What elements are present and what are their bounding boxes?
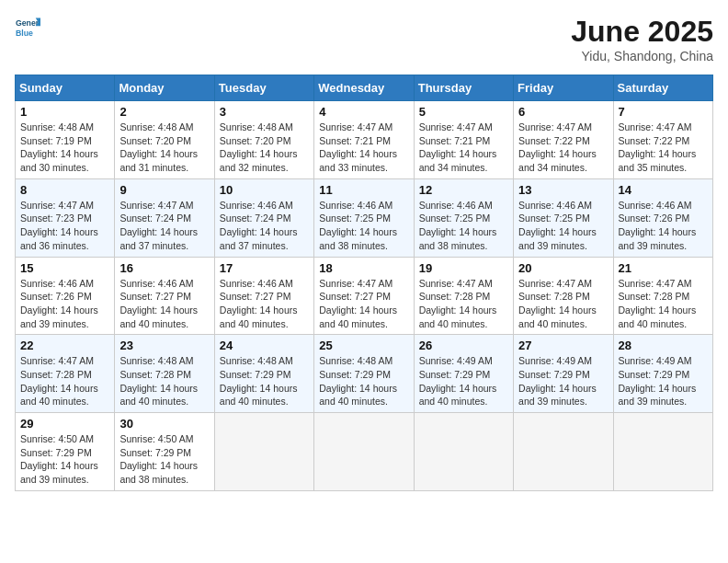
day-number: 20 xyxy=(518,261,608,275)
calendar-cell xyxy=(414,413,513,491)
calendar-cell: 20Sunrise: 4:47 AM Sunset: 7:28 PM Dayli… xyxy=(514,257,613,335)
day-number: 28 xyxy=(619,339,708,352)
day-info: Sunrise: 4:47 AM Sunset: 7:21 PM Dayligh… xyxy=(419,121,508,175)
day-number: 24 xyxy=(220,339,309,352)
calendar-cell: 3Sunrise: 4:48 AM Sunset: 7:20 PM Daylig… xyxy=(214,101,313,179)
day-number: 25 xyxy=(319,339,408,352)
day-info: Sunrise: 4:47 AM Sunset: 7:24 PM Dayligh… xyxy=(119,199,209,253)
page-header: General Blue June 2025 Yidu, Shandong, C… xyxy=(15,15,713,63)
day-number: 13 xyxy=(518,183,608,197)
calendar-week-row: 8Sunrise: 4:47 AM Sunset: 7:23 PM Daylig… xyxy=(16,178,713,257)
day-info: Sunrise: 4:48 AM Sunset: 7:29 PM Dayligh… xyxy=(319,354,408,408)
location-subtitle: Yidu, Shandong, China xyxy=(571,49,713,63)
day-number: 27 xyxy=(518,339,608,352)
day-number: 3 xyxy=(220,105,309,119)
day-info: Sunrise: 4:46 AM Sunset: 7:27 PM Dayligh… xyxy=(119,277,209,331)
calendar-cell xyxy=(613,413,712,491)
calendar-week-row: 1Sunrise: 4:48 AM Sunset: 7:19 PM Daylig… xyxy=(16,101,713,179)
day-number: 8 xyxy=(20,183,109,197)
calendar-cell: 12Sunrise: 4:46 AM Sunset: 7:25 PM Dayli… xyxy=(414,178,513,257)
day-info: Sunrise: 4:46 AM Sunset: 7:25 PM Dayligh… xyxy=(419,199,508,253)
day-number: 12 xyxy=(419,183,508,197)
calendar-cell xyxy=(514,413,613,491)
calendar-week-row: 15Sunrise: 4:46 AM Sunset: 7:26 PM Dayli… xyxy=(16,257,713,335)
day-number: 23 xyxy=(119,339,209,352)
svg-text:General: General xyxy=(16,18,40,28)
day-number: 17 xyxy=(220,261,309,275)
day-info: Sunrise: 4:46 AM Sunset: 7:24 PM Dayligh… xyxy=(220,199,309,253)
day-info: Sunrise: 4:46 AM Sunset: 7:26 PM Dayligh… xyxy=(20,277,109,331)
calendar-cell: 9Sunrise: 4:47 AM Sunset: 7:24 PM Daylig… xyxy=(115,178,214,257)
day-info: Sunrise: 4:46 AM Sunset: 7:27 PM Dayligh… xyxy=(220,277,309,331)
calendar-header-friday: Friday xyxy=(514,75,613,101)
calendar-cell: 18Sunrise: 4:47 AM Sunset: 7:27 PM Dayli… xyxy=(314,257,414,335)
calendar-cell: 25Sunrise: 4:48 AM Sunset: 7:29 PM Dayli… xyxy=(314,335,414,413)
day-number: 9 xyxy=(119,183,209,197)
day-number: 22 xyxy=(20,339,109,352)
day-number: 1 xyxy=(20,105,109,119)
day-number: 6 xyxy=(518,105,608,119)
calendar-cell: 29Sunrise: 4:50 AM Sunset: 7:29 PM Dayli… xyxy=(16,413,115,491)
day-number: 30 xyxy=(119,417,209,431)
calendar-header-thursday: Thursday xyxy=(414,75,513,101)
day-number: 15 xyxy=(20,261,109,275)
day-info: Sunrise: 4:49 AM Sunset: 7:29 PM Dayligh… xyxy=(419,354,508,408)
day-info: Sunrise: 4:48 AM Sunset: 7:20 PM Dayligh… xyxy=(119,121,209,175)
calendar-cell: 2Sunrise: 4:48 AM Sunset: 7:20 PM Daylig… xyxy=(115,101,214,179)
day-info: Sunrise: 4:50 AM Sunset: 7:29 PM Dayligh… xyxy=(20,432,109,487)
calendar-table: SundayMondayTuesdayWednesdayThursdayFrid… xyxy=(15,75,713,491)
calendar-cell: 26Sunrise: 4:49 AM Sunset: 7:29 PM Dayli… xyxy=(414,335,513,413)
title-block: June 2025 Yidu, Shandong, China xyxy=(571,15,713,63)
calendar-cell: 10Sunrise: 4:46 AM Sunset: 7:24 PM Dayli… xyxy=(214,178,313,257)
calendar-cell: 14Sunrise: 4:46 AM Sunset: 7:26 PM Dayli… xyxy=(613,178,712,257)
day-info: Sunrise: 4:46 AM Sunset: 7:25 PM Dayligh… xyxy=(518,199,608,253)
calendar-cell: 19Sunrise: 4:47 AM Sunset: 7:28 PM Dayli… xyxy=(414,257,513,335)
day-info: Sunrise: 4:50 AM Sunset: 7:29 PM Dayligh… xyxy=(119,432,209,487)
calendar-cell: 1Sunrise: 4:48 AM Sunset: 7:19 PM Daylig… xyxy=(16,101,115,179)
day-info: Sunrise: 4:48 AM Sunset: 7:19 PM Dayligh… xyxy=(20,121,109,175)
calendar-cell: 28Sunrise: 4:49 AM Sunset: 7:29 PM Dayli… xyxy=(613,335,712,413)
calendar-cell: 30Sunrise: 4:50 AM Sunset: 7:29 PM Dayli… xyxy=(115,413,214,491)
calendar-cell: 13Sunrise: 4:46 AM Sunset: 7:25 PM Dayli… xyxy=(514,178,613,257)
calendar-cell: 11Sunrise: 4:46 AM Sunset: 7:25 PM Dayli… xyxy=(314,178,414,257)
day-info: Sunrise: 4:48 AM Sunset: 7:29 PM Dayligh… xyxy=(220,354,309,408)
calendar-header-wednesday: Wednesday xyxy=(314,75,414,101)
month-year-title: June 2025 xyxy=(571,15,713,49)
day-info: Sunrise: 4:46 AM Sunset: 7:26 PM Dayligh… xyxy=(619,199,708,253)
calendar-cell: 16Sunrise: 4:46 AM Sunset: 7:27 PM Dayli… xyxy=(115,257,214,335)
calendar-cell: 27Sunrise: 4:49 AM Sunset: 7:29 PM Dayli… xyxy=(514,335,613,413)
day-number: 2 xyxy=(119,105,209,119)
calendar-cell: 23Sunrise: 4:48 AM Sunset: 7:28 PM Dayli… xyxy=(115,335,214,413)
day-number: 16 xyxy=(119,261,209,275)
day-info: Sunrise: 4:48 AM Sunset: 7:28 PM Dayligh… xyxy=(119,354,209,408)
logo-icon: General Blue xyxy=(15,15,40,40)
day-number: 26 xyxy=(419,339,508,352)
day-info: Sunrise: 4:47 AM Sunset: 7:28 PM Dayligh… xyxy=(20,354,109,408)
day-number: 21 xyxy=(619,261,708,275)
day-info: Sunrise: 4:47 AM Sunset: 7:21 PM Dayligh… xyxy=(319,121,408,175)
day-info: Sunrise: 4:48 AM Sunset: 7:20 PM Dayligh… xyxy=(220,121,309,175)
day-number: 11 xyxy=(319,183,408,197)
calendar-cell: 22Sunrise: 4:47 AM Sunset: 7:28 PM Dayli… xyxy=(16,335,115,413)
calendar-header-saturday: Saturday xyxy=(613,75,712,101)
calendar-header-row: SundayMondayTuesdayWednesdayThursdayFrid… xyxy=(16,75,713,101)
day-info: Sunrise: 4:47 AM Sunset: 7:22 PM Dayligh… xyxy=(518,121,608,175)
day-number: 18 xyxy=(319,261,408,275)
day-number: 4 xyxy=(319,105,408,119)
calendar-cell: 7Sunrise: 4:47 AM Sunset: 7:22 PM Daylig… xyxy=(613,101,712,179)
day-number: 29 xyxy=(20,417,109,431)
day-number: 5 xyxy=(419,105,508,119)
calendar-cell xyxy=(314,413,414,491)
calendar-cell: 21Sunrise: 4:47 AM Sunset: 7:28 PM Dayli… xyxy=(613,257,712,335)
calendar-cell: 15Sunrise: 4:46 AM Sunset: 7:26 PM Dayli… xyxy=(16,257,115,335)
day-info: Sunrise: 4:49 AM Sunset: 7:29 PM Dayligh… xyxy=(619,354,708,408)
day-number: 10 xyxy=(220,183,309,197)
day-info: Sunrise: 4:47 AM Sunset: 7:28 PM Dayligh… xyxy=(419,277,508,331)
day-info: Sunrise: 4:47 AM Sunset: 7:27 PM Dayligh… xyxy=(319,277,408,331)
day-number: 19 xyxy=(419,261,508,275)
day-info: Sunrise: 4:46 AM Sunset: 7:25 PM Dayligh… xyxy=(319,199,408,253)
calendar-cell: 6Sunrise: 4:47 AM Sunset: 7:22 PM Daylig… xyxy=(514,101,613,179)
day-info: Sunrise: 4:47 AM Sunset: 7:23 PM Dayligh… xyxy=(20,199,109,253)
svg-text:Blue: Blue xyxy=(16,29,33,38)
calendar-cell xyxy=(214,413,313,491)
